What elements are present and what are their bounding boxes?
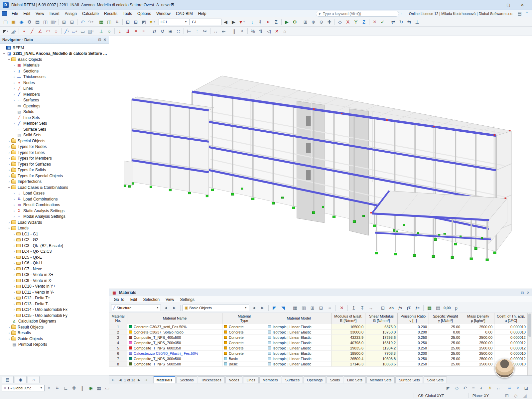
material-type-cell[interactable]: Concrete xyxy=(222,340,266,345)
tree-item[interactable]: ›Results xyxy=(0,330,109,336)
expand-arrow-icon[interactable]: › xyxy=(12,86,16,90)
line-grid-icon[interactable]: ▦ xyxy=(95,384,103,392)
background-layers-icon[interactable]: ▭ xyxy=(103,384,111,392)
column-header[interactable]: Specific Weightγ [kN/m³] xyxy=(429,313,462,324)
material-name-cell[interactable]: Composite_T_NPS_700x350 xyxy=(127,340,222,345)
value-cell[interactable]: 2500.00 xyxy=(462,324,494,329)
tree-item[interactable]: ›Thicknesses xyxy=(0,74,109,80)
insert-row-icon[interactable]: ⊞ xyxy=(309,304,316,312)
expand-arrow-icon[interactable]: › xyxy=(7,139,11,143)
value-cell[interactable]: 0.200 xyxy=(398,351,429,356)
expand-arrow-icon[interactable]: › xyxy=(7,226,11,230)
value-cell[interactable]: 25.00 xyxy=(429,351,462,356)
value-cell[interactable]: 25.00 xyxy=(429,340,462,345)
decimal-places-icon[interactable]: 0,00 xyxy=(443,304,451,312)
value-cell[interactable]: 43233.9 xyxy=(332,335,365,340)
formula-settings-icon[interactable]: ƒ≡ xyxy=(414,304,421,312)
expand-arrow-icon[interactable]: › xyxy=(12,296,16,300)
expand-arrow-icon[interactable]: › xyxy=(12,75,16,79)
expand-arrow-icon[interactable]: › xyxy=(12,290,16,294)
value-cell[interactable]: 13750.0 xyxy=(365,330,398,334)
expand-arrow-icon[interactable]: › xyxy=(12,121,16,125)
table-manager-icon[interactable]: ◫ xyxy=(105,18,113,26)
sync-selection-icon[interactable]: ◥ xyxy=(279,304,287,312)
material-name-cell[interactable]: Composite_T_NPS_500x500 xyxy=(127,361,222,366)
new-model-icon[interactable]: ▢ xyxy=(2,18,9,26)
table-row[interactable]: 2Concrete C30/37_Solaio rigidoConcreteIs… xyxy=(109,330,532,335)
color-scales-icon[interactable]: ▦ xyxy=(426,304,433,312)
calculate-all-icon[interactable]: ▶ xyxy=(283,18,291,26)
value-cell[interactable]: 16319.2 xyxy=(365,340,398,345)
user-coordinate-system-icon[interactable]: ⌖ xyxy=(238,27,246,35)
expand-arrow-icon[interactable]: › xyxy=(12,261,16,265)
value-cell[interactable]: 0.250 xyxy=(398,345,429,350)
resize-grip-icon[interactable]: ◢ xyxy=(521,392,529,399)
value-cell[interactable]: 2500.00 xyxy=(462,345,494,350)
expand-arrow-icon[interactable]: › xyxy=(7,331,11,335)
dlubal-center-icon[interactable]: ◉ xyxy=(18,18,25,26)
tree-item[interactable]: ›Calculation Diagrams xyxy=(0,319,109,325)
trim-lines-icon[interactable]: ✂ xyxy=(201,27,209,35)
expand-arrow-icon[interactable]: › xyxy=(12,197,16,201)
new-polyline-icon[interactable]: ∠ xyxy=(36,27,44,35)
formula-icon[interactable]: ƒx xyxy=(396,304,404,312)
table-row[interactable]: 1Concrete C30/37_setti_Fes.50%ConcreteIs… xyxy=(109,324,532,330)
value-cell[interactable]: 0.00 xyxy=(429,330,462,334)
keyword-search[interactable]: ▶ xyxy=(316,11,399,17)
table-tab-member-sets[interactable]: Member Sets xyxy=(366,376,395,383)
scrollbar-thumb[interactable] xyxy=(528,314,531,337)
new-hinge-icon[interactable]: ○ xyxy=(105,27,113,35)
material-type-cell[interactable]: Concrete xyxy=(222,330,266,334)
tree-item[interactable]: ›Types for Nodes xyxy=(0,144,109,150)
move-copy-icon[interactable]: ⇄ xyxy=(389,18,397,26)
column-header[interactable]: Shear ModulusG [N/mm²] xyxy=(365,313,398,324)
expand-arrow-icon[interactable]: › xyxy=(12,302,16,306)
data-navigator-icon[interactable]: ▤ xyxy=(2,376,14,383)
select-pointer-icon[interactable]: ◤▾ xyxy=(2,27,9,35)
global-settings-icon[interactable]: ⚙ xyxy=(26,18,33,26)
tree-item[interactable]: ›Types for Lines xyxy=(0,150,109,156)
new-surface-icon[interactable]: ▱▾ xyxy=(71,27,78,35)
search-input[interactable] xyxy=(323,12,396,16)
table-tab-members[interactable]: Members xyxy=(259,376,281,383)
delete-objects-icon[interactable]: ✕ xyxy=(273,27,281,35)
table-tab-openings[interactable]: Openings xyxy=(304,376,326,383)
tree-item[interactable]: ›Guide Objects xyxy=(0,336,109,342)
section-planes-icon[interactable]: ⊟ xyxy=(132,18,140,26)
panel-close-icon[interactable]: ✕ xyxy=(527,291,530,295)
last-table-icon[interactable]: ⇥ xyxy=(143,378,149,382)
tree-item[interactable]: ›LC13 - Delta T- xyxy=(0,301,109,307)
tree-item[interactable]: ›Loads xyxy=(0,225,109,231)
tree-item[interactable]: ›Line Sets xyxy=(0,115,109,121)
light-toggle-icon[interactable]: ☀ xyxy=(486,384,494,392)
expand-arrow-icon[interactable]: › xyxy=(7,174,11,178)
tree-item[interactable]: ›LC3 - Qk- (B2, B scale) xyxy=(0,243,109,249)
value-cell[interactable]: 0.200 xyxy=(398,330,429,334)
menu-results[interactable]: Results xyxy=(101,10,120,17)
menu-calculate[interactable]: Calculate xyxy=(79,10,101,17)
load-case-combo[interactable]: LC1 ▼ xyxy=(159,19,189,25)
tree-item[interactable]: ›Load Cases & Combinations xyxy=(0,185,109,191)
value-cell[interactable]: 29835.6 xyxy=(332,345,365,350)
tree-item[interactable]: ›Solid Sets xyxy=(0,132,109,138)
tree-item[interactable]: ›LC8 - Vento in X+ xyxy=(0,272,109,278)
tree-item[interactable]: ›Load Cases xyxy=(0,191,109,197)
table-row[interactable]: 4Composite_T_NPS_700x350ConcreteIsotropi… xyxy=(109,340,532,345)
expand-arrow-icon[interactable]: › xyxy=(7,156,11,160)
show-load-values-icon[interactable]: ⇓ xyxy=(256,18,264,26)
expand-arrow-icon[interactable]: › xyxy=(12,308,16,312)
expand-arrow-icon[interactable]: › xyxy=(7,162,11,166)
prev-table-icon[interactable]: ◀ xyxy=(250,304,258,312)
material-type-cell[interactable]: Concrete xyxy=(222,324,266,329)
material-name-cell[interactable]: Composite_T_NPS_400x500 xyxy=(127,335,222,340)
tree-item[interactable]: ›LC11 - Vento in Y- xyxy=(0,289,109,295)
column-header[interactable]: Mass Densityρ [kg/m³] xyxy=(462,313,494,324)
navigator-float-icon[interactable]: ⊡ xyxy=(98,38,101,42)
expand-arrow-icon[interactable]: › xyxy=(7,145,11,149)
material-type-cell[interactable]: Basic xyxy=(222,356,266,361)
paste-objects-icon[interactable]: ⊟ xyxy=(68,18,76,26)
panel-float-icon[interactable]: ⊡ xyxy=(521,291,524,295)
model-viewport[interactable] xyxy=(109,36,532,289)
value-cell[interactable]: 25.00 xyxy=(429,324,462,329)
table-tab-solids[interactable]: Solids xyxy=(327,376,343,383)
